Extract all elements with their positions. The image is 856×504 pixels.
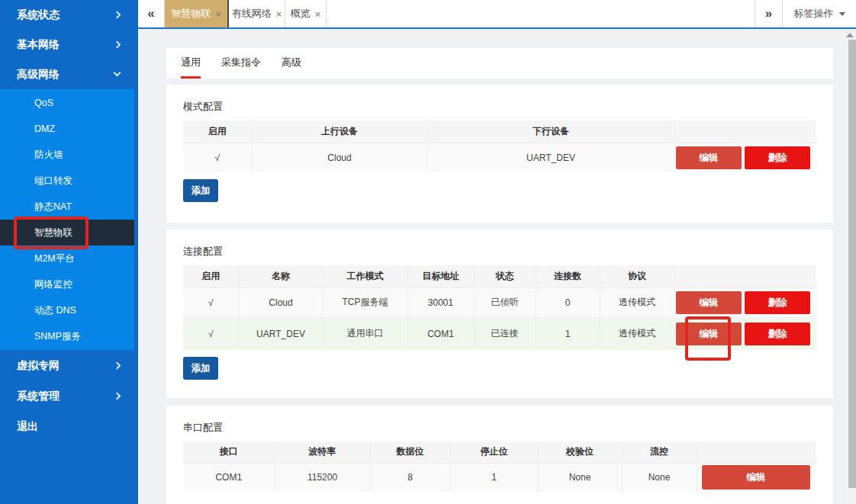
column-header-connection-count: 连接数 (536, 265, 600, 287)
sidebar-item-port-forwarding[interactable]: 端口转发 (0, 168, 134, 194)
tab-bar-spacer (327, 0, 755, 27)
cell-connection-count: 0 (536, 287, 600, 317)
serial-config-section: 串口配置 接口 波特率 数据位 停止位 校验位 流控 (166, 406, 833, 504)
cell-enable: √ (183, 317, 239, 350)
sidebar-item-vpn[interactable]: 虚拟专网 (0, 350, 138, 380)
chevron-right-icon (114, 11, 121, 19)
sidebar-item-logout[interactable]: 退出 (0, 411, 138, 441)
tab-operations-label: 标签操作 (794, 7, 834, 21)
column-header-target-address: 目标地址 (407, 265, 474, 287)
cell-actions: 编辑删除 (674, 143, 816, 172)
table-header-row: 接口 波特率 数据位 停止位 校验位 流控 (183, 441, 816, 463)
cell-actions: 编辑删除 (674, 317, 816, 350)
column-header-actions (674, 120, 816, 143)
column-header-stop-bits: 停止位 (450, 441, 538, 463)
delete-button[interactable]: 删除 (745, 291, 810, 314)
cell-uplink-device: Cloud (252, 143, 427, 172)
table-row-highlighted: √ UART_DEV 通用串口 COM1 已连接 1 透传模式 编辑删除 (183, 317, 816, 350)
delete-button[interactable]: 删除 (745, 323, 810, 345)
add-button[interactable]: 添加 (183, 179, 218, 202)
column-header-parity: 校验位 (538, 441, 622, 463)
sidebar-item-system-management[interactable]: 系统管理 (0, 380, 138, 411)
tab-operations-dropdown[interactable]: 标签操作 (782, 0, 856, 27)
chevron-right-icon (114, 393, 121, 400)
main-content: 通用 采集指令 高级 模式配置 启用 上行设备 下行设备 (138, 29, 856, 504)
sidebar-item-qos[interactable]: QoS (0, 90, 134, 116)
scrollbar-thumb[interactable] (848, 40, 856, 488)
tab-advanced[interactable]: 高级 (282, 48, 301, 79)
close-icon[interactable]: × (276, 8, 282, 20)
sidebar-item-smart-iot[interactable]: 智慧物联 (0, 220, 134, 246)
sidebar-item-label: 基本网络 (17, 38, 60, 50)
tab-wired-network[interactable]: 有线网络 × (229, 0, 285, 27)
close-icon[interactable]: × (315, 8, 321, 20)
table-row: COM1 115200 8 1 None None 编辑 (183, 463, 816, 492)
tab-general[interactable]: 通用 (181, 48, 201, 79)
sidebar-item-dynamic-dns[interactable]: 动态 DNS (0, 297, 134, 323)
column-header-flow-control: 流控 (622, 441, 697, 463)
cell-target-address: COM1 (407, 317, 474, 350)
sidebar-submenu-advanced-network: QoS DMZ 防火墙 端口转发 静态NAT 智慧物联 M2M平台 网络监控 动… (0, 89, 134, 350)
table-row: √ Cloud UART_DEV 编辑删除 (183, 143, 816, 172)
scroll-tabs-left-button[interactable]: « (138, 0, 165, 27)
cell-connection-count: 1 (536, 317, 600, 350)
delete-button[interactable]: 删除 (745, 146, 810, 169)
table-header-row: 启用 上行设备 下行设备 (183, 120, 816, 143)
sidebar-bottom-group: 虚拟专网 系统管理 退出 (0, 350, 138, 441)
mode-config-section: 模式配置 启用 上行设备 下行设备 √ Cloud UART_DEV (166, 85, 833, 223)
sidebar-item-basic-network[interactable]: 基本网络 (0, 30, 138, 59)
sidebar-item-advanced-network[interactable]: 高级网络 (0, 59, 138, 89)
caret-down-icon (839, 12, 845, 16)
chevron-right-icon (114, 41, 121, 49)
column-header-interface: 接口 (183, 441, 275, 463)
cell-work-mode: 通用串口 (323, 317, 407, 350)
column-header-actions (674, 265, 816, 287)
column-header-work-mode: 工作模式 (323, 265, 407, 287)
cell-downlink-device: UART_DEV (427, 143, 674, 172)
column-header-enable: 启用 (183, 265, 239, 287)
chevron-right-icon (114, 362, 121, 370)
tab-overview[interactable]: 概览 × (285, 0, 327, 27)
tab-label: 智慧物联 (171, 7, 211, 21)
cell-protocol: 透传模式 (600, 317, 674, 350)
sidebar-item-label: 系统状态 (17, 8, 60, 21)
tab-collection-commands[interactable]: 采集指令 (221, 48, 261, 79)
cell-status: 已侦听 (474, 287, 536, 317)
cell-interface: COM1 (183, 463, 275, 492)
scroll-up-arrow-icon[interactable] (846, 33, 854, 37)
app-window: 系统状态 基本网络 高级网络 QoS DMZ 防火墙 端口转发 静态NAT 智慧… (0, 0, 856, 504)
scroll-tabs-right-button[interactable]: » (755, 0, 782, 27)
sidebar-item-m2m-platform[interactable]: M2M平台 (0, 246, 134, 271)
tab-label: 有线网络 (232, 7, 272, 21)
column-header-uplink-device: 上行设备 (252, 120, 427, 143)
section-title: 模式配置 (183, 101, 816, 112)
cell-parity: None (538, 463, 622, 492)
sidebar-item-network-monitor[interactable]: 网络监控 (0, 271, 134, 297)
sidebar: 系统状态 基本网络 高级网络 QoS DMZ 防火墙 端口转发 静态NAT 智慧… (0, 0, 138, 504)
column-header-name: 名称 (239, 265, 323, 287)
sidebar-item-snmp-service[interactable]: SNMP服务 (0, 323, 134, 349)
sidebar-item-static-nat[interactable]: 静态NAT (0, 194, 134, 220)
sidebar-item-dmz[interactable]: DMZ (0, 116, 134, 142)
sidebar-item-firewall[interactable]: 防火墙 (0, 142, 134, 168)
edit-button[interactable]: 编辑 (676, 146, 742, 169)
sidebar-item-label: 退出 (17, 420, 38, 432)
tab-label: 概览 (291, 7, 311, 21)
tab-smart-iot[interactable]: 智慧物联 × (165, 0, 229, 27)
column-header-enable: 启用 (183, 120, 252, 143)
edit-button[interactable]: 编辑 (676, 291, 742, 314)
table-row: √ Cloud TCP服务端 30001 已侦听 0 透传模式 编辑删除 (183, 287, 816, 317)
connection-config-table: 启用 名称 工作模式 目标地址 状态 连接数 协议 √ Cloud TCP服务 (183, 265, 816, 350)
column-header-downlink-device: 下行设备 (427, 120, 674, 143)
close-icon[interactable]: × (215, 8, 221, 20)
column-header-baud-rate: 波特率 (275, 441, 370, 463)
sidebar-item-system-status[interactable]: 系统状态 (0, 0, 138, 30)
cell-work-mode: TCP服务端 (323, 287, 407, 317)
edit-button-highlighted[interactable]: 编辑 (676, 323, 742, 345)
chevron-down-icon (114, 69, 121, 77)
edit-button[interactable]: 编辑 (702, 465, 810, 490)
cell-protocol: 透传模式 (600, 287, 674, 317)
add-button[interactable]: 添加 (183, 357, 218, 380)
mode-config-table: 启用 上行设备 下行设备 √ Cloud UART_DEV 编辑删除 (183, 120, 816, 172)
section-title: 连接配置 (183, 246, 816, 257)
